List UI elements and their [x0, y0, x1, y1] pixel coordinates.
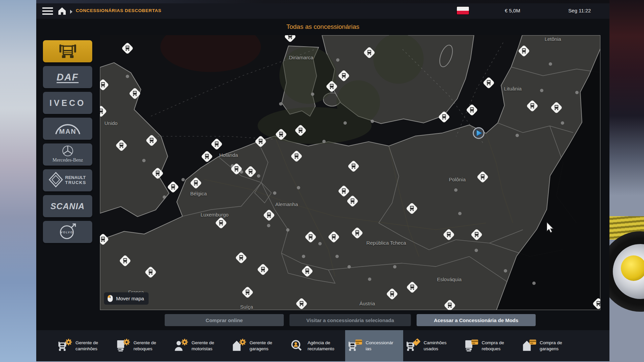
- dealer-marker-icon[interactable]: [441, 227, 456, 242]
- bottom-navigation: Gerente de caminhõesGerente de reboquesG…: [36, 330, 609, 361]
- dealer-marker-icon[interactable]: [517, 44, 531, 58]
- nav-item-garage-purchase[interactable]: Compra de garagens: [519, 330, 577, 361]
- dealer-marker-icon[interactable]: [100, 104, 108, 119]
- country-label: Áustria: [359, 301, 375, 306]
- dealer-marker-icon[interactable]: [324, 79, 339, 94]
- scania-logo: SCANIA: [51, 201, 85, 211]
- brand-filter-sidebar: DAFIVECOMANMercedes-BenzRENAULTTRUCKSSCA…: [43, 40, 92, 247]
- dealer-marker-icon[interactable]: [143, 265, 158, 280]
- brand-scania-button[interactable]: SCANIA: [43, 195, 92, 217]
- dealer-marker-icon[interactable]: [240, 285, 255, 300]
- dealer-marker-icon[interactable]: [293, 123, 308, 138]
- dealer-marker-icon[interactable]: [385, 287, 399, 301]
- dealer-map[interactable]: DinamarcaLetôniaLituâniaUnidoHolandaBélg…: [100, 35, 600, 310]
- nav-item-trailer-manager[interactable]: Gerente de reboques: [113, 330, 171, 361]
- visit-selected-dealer-button[interactable]: Visitar a concessionária selecionada: [289, 314, 411, 326]
- trailer-card-icon: [463, 339, 479, 353]
- dealer-marker-icon[interactable]: [481, 75, 496, 90]
- dealer-marker-icon[interactable]: [549, 100, 564, 115]
- dealer-marker-icon[interactable]: [350, 226, 365, 240]
- dealer-marker-icon[interactable]: [362, 45, 377, 60]
- nav-item-trailer-purchase[interactable]: Compra de reboques: [461, 330, 519, 361]
- brand-daf-button[interactable]: DAF: [43, 66, 92, 88]
- city-dot: [302, 255, 305, 258]
- home-icon[interactable]: [57, 6, 67, 16]
- nav-item-recruitment-agency[interactable]: Agência de recrutamento: [287, 330, 345, 361]
- dealer-marker-icon[interactable]: [465, 103, 479, 117]
- dealer-marker-icon[interactable]: [405, 201, 419, 216]
- volvo-logo: VOLVO: [58, 222, 77, 242]
- dealer-marker-icon[interactable]: [469, 227, 484, 242]
- dealer-marker-icon[interactable]: [525, 99, 540, 113]
- brand-all-button[interactable]: [43, 40, 92, 62]
- nav-item-truck-manager[interactable]: Gerente de caminhões: [55, 330, 113, 361]
- dealer-marker-icon[interactable]: [189, 176, 203, 190]
- mercedes-logo: Mercedes-Benz: [48, 144, 87, 165]
- city-dot: [126, 75, 129, 78]
- page-title: Todas as concessionárias: [36, 23, 609, 31]
- dealer-marker-icon[interactable]: [300, 264, 315, 279]
- nav-item-driver-manager[interactable]: Gerente de motoristas: [171, 330, 229, 361]
- dealer-marker-icon[interactable]: [214, 216, 228, 230]
- dealer-marker-icon[interactable]: [294, 296, 309, 310]
- dealer-marker-icon[interactable]: [253, 134, 268, 149]
- dealer-marker-icon[interactable]: [100, 232, 110, 247]
- country-label: Polônia: [449, 176, 466, 182]
- city-dot: [454, 188, 458, 192]
- brand-volvo-button[interactable]: VOLVO: [43, 221, 92, 243]
- dealer-marker-icon[interactable]: [150, 166, 165, 181]
- dealer-marker-icon[interactable]: [289, 149, 304, 164]
- nav-item-label: Gerente de caminhões: [75, 340, 104, 352]
- access-mod-dealer-button[interactable]: Acessar a Concessionária de Mods: [417, 314, 536, 326]
- country-label: Lituânia: [504, 86, 522, 92]
- nav-item-used-trucks[interactable]: Caminhões usados: [403, 330, 461, 361]
- dealer-marker-icon[interactable]: [229, 162, 244, 176]
- dealer-marker-icon[interactable]: [166, 180, 180, 194]
- wallpaper-top: [36, 0, 609, 3]
- buy-online-button[interactable]: Comprar online: [165, 314, 284, 326]
- dealer-marker-icon[interactable]: [346, 159, 361, 174]
- player-position-icon: [472, 126, 485, 140]
- country-label: Suíça: [240, 304, 253, 310]
- nav-item-garage-manager[interactable]: Gerente de garagens: [229, 330, 287, 361]
- svg-text:VOLVO: VOLVO: [60, 231, 73, 234]
- action-button-row: Comprar onlineVisitar a concessionária s…: [100, 314, 600, 326]
- dealer-marker-icon[interactable]: [303, 230, 318, 244]
- brand-man-button[interactable]: MAN: [43, 118, 92, 140]
- dealer-marker-icon[interactable]: [345, 194, 360, 208]
- truck-tag-icon: [405, 339, 421, 353]
- brand-renault-button[interactable]: RENAULTTRUCKS: [43, 169, 92, 191]
- brand-iveco-button[interactable]: IVECO: [43, 92, 92, 114]
- city-dot: [458, 212, 462, 215]
- dealer-marker-icon[interactable]: [100, 77, 110, 92]
- dealer-marker-icon[interactable]: [144, 133, 159, 148]
- dealer-marker-icon[interactable]: [437, 110, 451, 124]
- dealer-marker-icon[interactable]: [283, 35, 298, 44]
- iveco-logo: IVECO: [50, 98, 86, 108]
- dealer-marker-icon[interactable]: [442, 298, 457, 310]
- nav-item-label: Agência de recrutamento: [308, 340, 336, 352]
- wallpaper-left: [0, 0, 36, 362]
- brand-mercedes-button[interactable]: Mercedes-Benz: [43, 143, 92, 166]
- dealer-marker-icon[interactable]: [405, 280, 420, 295]
- dealer-marker-icon[interactable]: [118, 253, 132, 268]
- dealer-marker-icon[interactable]: [114, 138, 129, 153]
- city-dot: [273, 191, 276, 195]
- mouse-icon: [107, 295, 113, 302]
- dealer-marker-icon[interactable]: [326, 230, 341, 244]
- top-bar: CONCESSIONÁRIAS DESCOBERTAS € 5,0M Seg 1…: [36, 3, 609, 19]
- dealer-marker-icon[interactable]: [209, 137, 224, 152]
- dealer-marker-icon[interactable]: [274, 127, 288, 142]
- dealer-marker-icon[interactable]: [234, 250, 249, 265]
- truck-gear-icon: [57, 339, 72, 353]
- dealer-marker-icon[interactable]: [256, 262, 270, 277]
- dealer-marker-icon[interactable]: [200, 149, 214, 164]
- dealer-marker-icon[interactable]: [120, 41, 135, 56]
- dealer-marker-icon[interactable]: [243, 164, 258, 179]
- menu-icon[interactable]: [42, 7, 53, 15]
- dealer-marker-icon[interactable]: [262, 208, 276, 223]
- nav-item-dealers[interactable]: Concessionárias: [345, 330, 403, 361]
- dealer-marker-icon[interactable]: [591, 296, 600, 310]
- dealer-marker-icon[interactable]: [127, 86, 142, 101]
- dealer-marker-icon[interactable]: [475, 170, 490, 184]
